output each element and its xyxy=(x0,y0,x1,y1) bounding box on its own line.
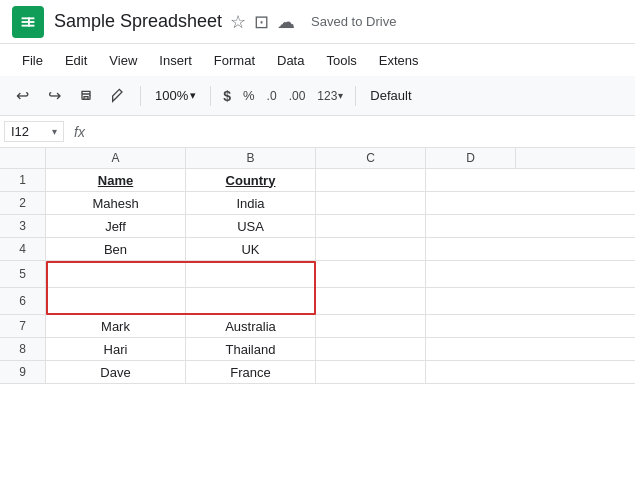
cell-a8[interactable]: Hari xyxy=(46,338,186,360)
cell-b2[interactable]: India xyxy=(186,192,316,214)
col-header-b[interactable]: B xyxy=(186,148,316,168)
column-headers: A B C D xyxy=(0,148,635,169)
cloud-icon: ☁ xyxy=(277,11,295,33)
cell-b9[interactable]: France xyxy=(186,361,316,383)
toolbar-separator-1 xyxy=(140,86,141,106)
menu-view[interactable]: View xyxy=(99,49,147,72)
decimal-increase-button[interactable]: .00 xyxy=(285,87,310,105)
cell-ref-value: I12 xyxy=(11,124,48,139)
cell-d6[interactable] xyxy=(426,288,516,314)
cell-a1[interactable]: Name xyxy=(46,169,186,191)
table-row: 8 Hari Thailand xyxy=(0,338,635,361)
cell-c1[interactable] xyxy=(316,169,426,191)
cell-c5[interactable] xyxy=(316,261,426,287)
cell-d9[interactable] xyxy=(426,361,516,383)
row-header-8: 8 xyxy=(0,338,46,360)
cell-c7[interactable] xyxy=(316,315,426,337)
toolbar-separator-2 xyxy=(210,86,211,106)
table-row: 7 Mark Australia xyxy=(0,315,635,338)
move-icon[interactable]: ⊡ xyxy=(254,11,269,33)
sheet-body: 1 Name Country 2 Mahesh India 3 Jeff USA… xyxy=(0,169,635,384)
undo-button[interactable]: ↩ xyxy=(8,82,36,110)
table-row: 5 xyxy=(0,261,635,288)
formula-bar: I12 ▾ fx xyxy=(0,116,635,148)
spreadsheet-title: Sample Spreadsheet xyxy=(54,11,222,32)
cell-c3[interactable] xyxy=(316,215,426,237)
paint-format-button[interactable] xyxy=(104,82,132,110)
cell-a7[interactable]: Mark xyxy=(46,315,186,337)
table-row: 1 Name Country xyxy=(0,169,635,192)
redo-button[interactable]: ↪ xyxy=(40,82,68,110)
table-row: 4 Ben UK xyxy=(0,238,635,261)
cell-a2[interactable]: Mahesh xyxy=(46,192,186,214)
zoom-value: 100% xyxy=(155,88,188,103)
menu-extensions[interactable]: Extens xyxy=(369,49,429,72)
table-row: 9 Dave France xyxy=(0,361,635,384)
cell-b1[interactable]: Country xyxy=(186,169,316,191)
cell-b6[interactable] xyxy=(186,288,316,314)
row-header-1: 1 xyxy=(0,169,46,191)
menu-edit[interactable]: Edit xyxy=(55,49,97,72)
menu-format[interactable]: Format xyxy=(204,49,265,72)
cell-b7[interactable]: Australia xyxy=(186,315,316,337)
cell-d8[interactable] xyxy=(426,338,516,360)
svg-rect-6 xyxy=(84,96,88,99)
col-header-c[interactable]: C xyxy=(316,148,426,168)
cell-a3[interactable]: Jeff xyxy=(46,215,186,237)
cell-a6[interactable] xyxy=(46,288,186,314)
cell-d4[interactable] xyxy=(426,238,516,260)
currency-button[interactable]: $ xyxy=(219,86,235,106)
table-row: 2 Mahesh India xyxy=(0,192,635,215)
col-header-d[interactable]: D xyxy=(426,148,516,168)
cell-d7[interactable] xyxy=(426,315,516,337)
menu-insert[interactable]: Insert xyxy=(149,49,202,72)
cell-c4[interactable] xyxy=(316,238,426,260)
print-button[interactable] xyxy=(72,82,100,110)
app-icon[interactable] xyxy=(12,6,44,38)
format-123-button[interactable]: 123 ▾ xyxy=(313,87,347,105)
toolbar-separator-3 xyxy=(355,86,356,106)
row-header-4: 4 xyxy=(0,238,46,260)
cell-b5[interactable] xyxy=(186,261,316,287)
col-header-a[interactable]: A xyxy=(46,148,186,168)
cell-c6[interactable] xyxy=(316,288,426,314)
cell-ref-arrow: ▾ xyxy=(52,126,57,137)
cell-c9[interactable] xyxy=(316,361,426,383)
cell-d2[interactable] xyxy=(426,192,516,214)
cell-a5[interactable] xyxy=(46,261,186,287)
cell-d5[interactable] xyxy=(426,261,516,287)
spreadsheet-grid: A B C D 1 Name Country 2 Mahesh India 3 … xyxy=(0,148,635,384)
menu-tools[interactable]: Tools xyxy=(316,49,366,72)
fx-icon: fx xyxy=(68,124,91,140)
cell-d3[interactable] xyxy=(426,215,516,237)
cell-b8[interactable]: Thailand xyxy=(186,338,316,360)
star-icon[interactable]: ☆ xyxy=(230,11,246,33)
menu-data[interactable]: Data xyxy=(267,49,314,72)
formula-input[interactable] xyxy=(95,124,631,139)
svg-rect-4 xyxy=(28,17,30,26)
cell-b3[interactable]: USA xyxy=(186,215,316,237)
menu-bar: File Edit View Insert Format Data Tools … xyxy=(0,44,635,76)
cell-reference-box[interactable]: I12 ▾ xyxy=(4,121,64,142)
title-action-buttons: ☆ ⊡ ☁ Saved to Drive xyxy=(230,11,396,33)
title-bar: Sample Spreadsheet ☆ ⊡ ☁ Saved to Drive xyxy=(0,0,635,44)
row-header-7: 7 xyxy=(0,315,46,337)
menu-file[interactable]: File xyxy=(12,49,53,72)
cell-c2[interactable] xyxy=(316,192,426,214)
zoom-selector[interactable]: 100% ▾ xyxy=(149,86,202,105)
cell-a4[interactable]: Ben xyxy=(46,238,186,260)
cell-a9[interactable]: Dave xyxy=(46,361,186,383)
cell-d1[interactable] xyxy=(426,169,516,191)
row-header-spacer xyxy=(0,148,46,168)
decimal-decrease-button[interactable]: .0 xyxy=(263,87,281,105)
row-header-6: 6 xyxy=(0,288,46,314)
row-header-3: 3 xyxy=(0,215,46,237)
font-selector[interactable]: Default xyxy=(364,86,417,105)
cell-c8[interactable] xyxy=(316,338,426,360)
table-row: 6 xyxy=(0,288,635,315)
cell-b4[interactable]: UK xyxy=(186,238,316,260)
row-header-9: 9 xyxy=(0,361,46,383)
table-row: 3 Jeff USA xyxy=(0,215,635,238)
percent-button[interactable]: % xyxy=(239,86,259,105)
toolbar: ↩ ↪ 100% ▾ $ % .0 .00 123 ▾ Default xyxy=(0,76,635,116)
